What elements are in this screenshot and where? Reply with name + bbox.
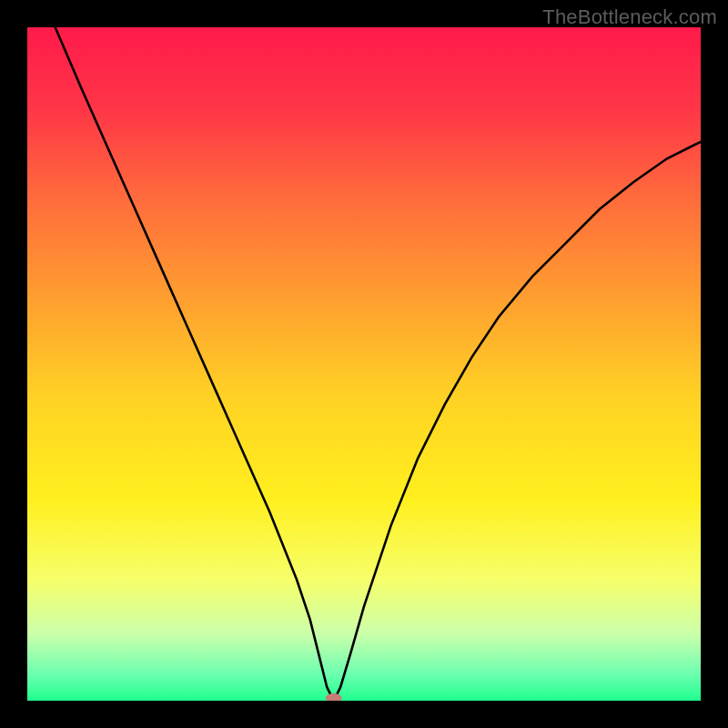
watermark-text: TheBottleneck.com (542, 5, 717, 29)
plot-area (27, 27, 701, 701)
gradient-background (27, 27, 701, 701)
chart-svg (27, 27, 701, 701)
chart-frame: TheBottleneck.com (0, 0, 728, 728)
